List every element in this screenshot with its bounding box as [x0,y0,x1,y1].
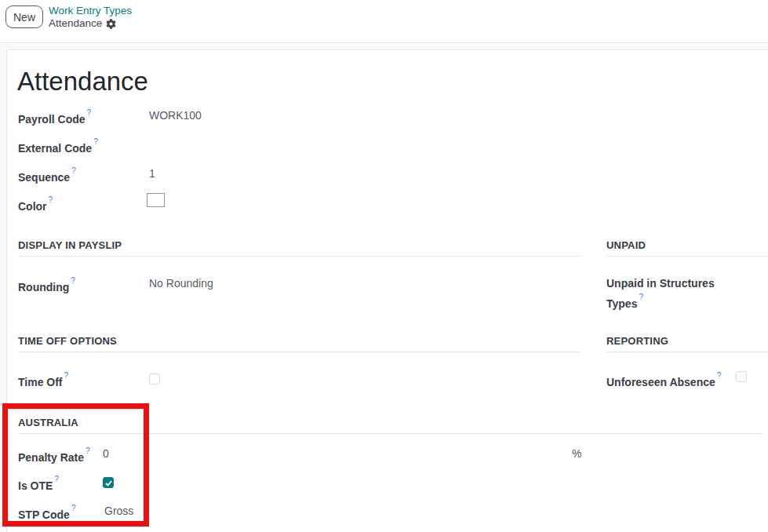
payroll-code-label: Payroll Code? [18,108,149,127]
section-display-in-payslip: DISPLAY IN PAYSLIP [18,240,581,257]
help-icon[interactable]: ? [49,195,53,204]
help-icon[interactable]: ? [64,371,69,380]
record-title[interactable]: Attendance [17,67,148,97]
unforeseen-absence-label: Unforeseen Absence? [606,371,721,390]
sequence-label: Sequence? [18,166,149,185]
field-row-payroll-code: Payroll Code?WORK100 [18,108,202,124]
stp-code-value[interactable]: Gross [104,504,133,519]
control-panel: New Work Entry Types Attendance [0,0,768,43]
section-australia: AUSTRALIA [18,417,763,434]
help-icon[interactable]: ? [86,446,90,455]
breadcrumb: Work Entry Types Attendance [49,5,132,30]
payroll-code-value[interactable]: WORK100 [149,108,202,123]
help-icon[interactable]: ? [71,166,76,175]
field-row-is-ote: Is OTE? [18,475,114,490]
color-label: Color? [18,195,149,214]
field-row-sequence: Sequence?1 [18,166,155,182]
gear-icon[interactable] [106,19,116,29]
penalty-rate-value[interactable]: 0 [103,446,109,461]
field-row-unpaid-structures: Unpaid in Structures Types? [606,275,732,309]
color-picker-swatch[interactable] [147,193,165,207]
field-row-stp-code: STP Code?Gross [18,504,133,519]
help-icon[interactable]: ? [717,371,722,380]
stp-code-label: STP Code? [18,504,103,523]
breadcrumb-parent-link[interactable]: Work Entry Types [49,5,132,17]
unforeseen-absence-checkbox[interactable] [736,371,747,382]
field-row-color: Color? [18,195,149,211]
field-row-time-off: Time Off? [18,371,160,387]
help-icon[interactable]: ? [87,108,92,117]
section-time-off-options: TIME OFF OPTIONS [18,336,581,352]
help-icon[interactable]: ? [93,137,98,146]
field-row-unforeseen-absence: Unforeseen Absence? [606,371,763,387]
section-unpaid: UNPAID [606,240,768,257]
new-button[interactable]: New [5,5,43,28]
is-ote-label: Is OTE? [18,475,103,494]
field-row-rounding: Rounding?No Rounding [18,276,213,292]
penalty-rate-suffix: % [572,446,581,461]
help-icon[interactable]: ? [71,504,76,512]
section-reporting: REPORTING [606,336,768,352]
breadcrumb-current: Attendance [49,17,102,30]
rounding-label: Rounding? [18,276,149,295]
unpaid-structures-label: Unpaid in Structures Types? [606,275,724,312]
penalty-rate-label: Penalty Rate? [18,446,103,465]
help-icon[interactable]: ? [54,475,59,483]
help-icon[interactable]: ? [639,293,643,301]
checkmark-icon [105,480,112,486]
field-row-penalty-rate: Penalty Rate?0 % [18,446,581,462]
sequence-value[interactable]: 1 [149,166,155,181]
time-off-checkbox[interactable] [149,373,160,384]
work-entry-type-form-page: New Work Entry Types Attendance Attendan… [0,0,768,532]
is-ote-checkbox[interactable] [103,477,114,488]
help-icon[interactable]: ? [71,276,75,285]
time-off-label: Time Off? [18,371,149,390]
external-code-label: External Code? [18,137,149,156]
field-row-external-code: External Code? [18,137,149,153]
rounding-value[interactable]: No Rounding [149,276,213,291]
